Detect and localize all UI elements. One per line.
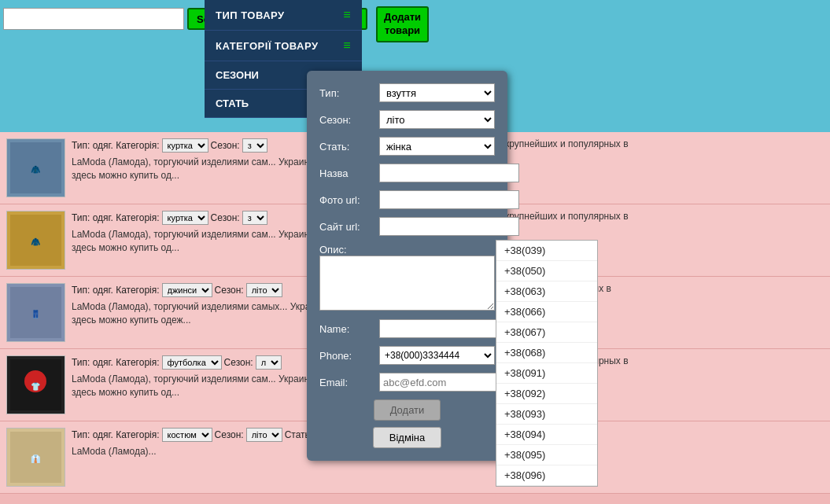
modal-name-label: Назва (319, 167, 374, 179)
category-select[interactable]: куртка (162, 211, 208, 225)
phone-option[interactable]: +38(063) (496, 281, 597, 302)
product-image: 🧥 (6, 138, 65, 197)
add-goods-button[interactable]: Додатитовари (376, 6, 429, 42)
nav-arrow-category: ≡ (343, 39, 351, 53)
modal-gender-label: Стать: (319, 141, 374, 153)
phone-option[interactable]: +38(068) (496, 343, 597, 363)
modal-season-select[interactable]: літо зима весна осінь (379, 110, 495, 129)
phone-option[interactable]: +38(094) (496, 425, 597, 445)
nav-label-gender: СТАТЬ (216, 97, 249, 109)
modal-desc-row: Опис: (319, 244, 495, 313)
modal-cancel-button[interactable]: Відміна (373, 427, 441, 448)
season-select[interactable]: з (242, 211, 267, 225)
product-image: 🧥 (6, 211, 65, 270)
product-image: 👔 (6, 428, 65, 487)
phone-option[interactable]: +38(091) (496, 363, 597, 384)
season-select[interactable]: літо (246, 283, 282, 297)
phone-option[interactable]: +38(066) (496, 302, 597, 322)
nav-arrow-type: ≡ (343, 8, 351, 22)
modal-gender-row: Стать: жінка чоловік хлопчик дівчинка (319, 137, 495, 156)
modal-person-row: Name: (319, 319, 495, 338)
modal-gender-select[interactable]: жінка чоловік хлопчик дівчинка (379, 137, 495, 156)
phone-option[interactable]: +38(092) (496, 384, 597, 404)
season-select[interactable]: літо (246, 428, 282, 442)
phone-option[interactable]: +38(050) (496, 261, 597, 281)
svg-text:🧥: 🧥 (31, 237, 41, 247)
search-input[interactable] (3, 8, 184, 30)
modal-season-label: Сезон: (319, 114, 374, 126)
svg-text:👕: 👕 (31, 381, 41, 392)
phone-option[interactable]: +38(093) (496, 404, 597, 425)
modal-name-row: Назва (319, 164, 495, 182)
nav-label-season: СЕЗОНИ (216, 69, 259, 81)
modal: Тип: взуття одяг аксесуари Сезон: літо з… (307, 71, 507, 461)
phone-option[interactable]: +38(096) (496, 465, 597, 486)
modal-photo-label: Фото url: (319, 194, 374, 206)
nav-item-category[interactable]: КАТЕГОРІЇ ТОВАРУ ≡ (205, 31, 362, 61)
modal-photo-input[interactable] (379, 190, 519, 209)
nav-label-category: КАТЕГОРІЇ ТОВАРУ (216, 40, 319, 52)
modal-site-input[interactable] (379, 217, 519, 236)
phone-option[interactable]: +38(067) (496, 322, 597, 343)
modal-season-row: Сезон: літо зима весна осінь (319, 110, 495, 129)
modal-desc-label: Опис: (319, 244, 374, 256)
product-image: 👕 (6, 355, 65, 414)
modal-site-row: Сайт url: (319, 217, 495, 236)
add-goods-area: Додатитовари (376, 6, 429, 42)
phone-option[interactable]: +38(095) (496, 445, 597, 465)
svg-text:👖: 👖 (31, 309, 41, 319)
modal-phone-select[interactable]: +38(000)3334444 (379, 346, 495, 365)
modal-site-label: Сайт url: (319, 221, 374, 233)
modal-type-label: Тип: (319, 87, 374, 99)
modal-person-label: Name: (319, 323, 374, 335)
modal-type-row: Тип: взуття одяг аксесуари (319, 83, 495, 102)
category-select[interactable]: джинси (162, 283, 212, 297)
phone-option[interactable]: +38(039) (496, 241, 597, 261)
product-image: 👖 (6, 283, 65, 342)
modal-desc-textarea[interactable] (319, 256, 495, 311)
category-select[interactable]: футболка (162, 355, 222, 370)
modal-add-button[interactable]: Додати (374, 399, 441, 421)
season-select[interactable]: л (256, 355, 282, 370)
product-desc-right: крупнейших и популярных в (505, 211, 824, 222)
product-desc-right: крупнейших и популярных в (505, 138, 824, 149)
modal-phone-label: Phone: (319, 350, 374, 362)
phone-dropdown[interactable]: +38(039) +38(050) +38(063) +38(066) +38(… (496, 240, 598, 487)
modal-email-row: Email: (319, 373, 495, 392)
modal-type-select[interactable]: взуття одяг аксесуари (379, 83, 495, 102)
nav-item-type[interactable]: ТИП ТОВАРУ ≡ (205, 0, 362, 31)
category-select[interactable]: куртка (162, 138, 208, 153)
modal-photo-row: Фото url: (319, 190, 495, 209)
modal-name-input[interactable] (379, 164, 519, 182)
svg-text:👔: 👔 (31, 454, 41, 464)
season-select[interactable]: з (242, 138, 267, 153)
svg-text:🧥: 🧥 (31, 164, 41, 175)
category-select[interactable]: костюм (162, 428, 212, 442)
nav-label-type: ТИП ТОВАРУ (216, 9, 285, 21)
modal-phone-row: Phone: +38(000)3334444 (319, 346, 495, 365)
modal-email-label: Email: (319, 377, 374, 388)
